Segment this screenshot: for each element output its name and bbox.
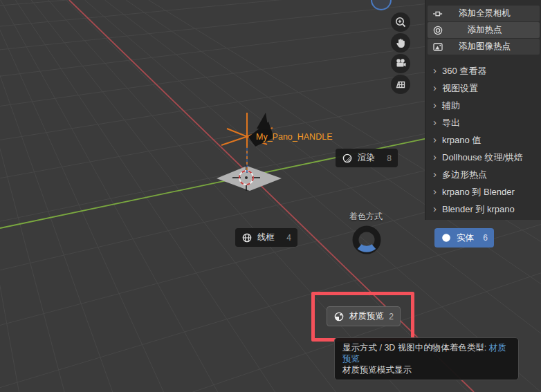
pan-hand-icon [394,37,407,49]
zoom-button[interactable] [391,12,410,32]
chevron-right-icon: › [433,82,437,93]
ortho-grid-button[interactable] [391,75,410,94]
chevron-right-icon: › [433,100,437,110]
solid-sphere-icon [441,232,452,243]
section-export[interactable]: › 导出 [425,114,541,131]
tooltip-line1: 显示方式 / 3D 视图中的物体着色类型: 材质预览 [342,342,511,364]
pie-item-rendered[interactable]: 渲染 8 [336,149,398,167]
pie-item-label: 线框 [257,232,275,243]
pie-item-solid[interactable]: 实体 6 [434,228,494,248]
plane-object[interactable] [217,166,282,191]
tooltip-line2: 材质预览模式显示 [342,364,511,375]
button-label: 添加图像热点 [446,41,540,53]
pie-item-label: 渲染 [358,152,375,164]
sidebar-actions: 添加全景相机 添加热点 添加图像热点 [428,6,540,55]
wireframe-sphere-icon [241,232,253,243]
pie-menu-direction-ring [349,223,384,257]
section-krpano-values[interactable]: › krpano 值 [425,131,541,149]
sidebar-sections: › 360 查看器 › 视图设置 › 辅助 › 导出 › krpano 值 › … [425,62,541,218]
pan-button[interactable] [391,33,410,53]
pie-item-hotkey: 6 [483,233,488,243]
section-dollhouse-bake[interactable]: › Dollhouse 纹理/烘焙 [425,149,541,166]
section-360-viewer[interactable]: › 360 查看器 [425,62,541,80]
image-hotspot-icon [432,41,443,53]
render-sphere-icon [342,153,353,164]
panorama-camera-icon [432,8,443,19]
section-blender-to-krpano[interactable]: › Blender 到 krpano [425,200,541,218]
sidebar-panel: 添加全景相机 添加热点 添加图像热点 › 360 [425,0,541,220]
pie-item-hotkey: 8 [387,153,392,163]
chevron-right-icon: › [433,117,437,127]
chevron-right-icon: › [433,134,437,144]
blender-3d-viewport: My_Pano_HANDLE [0,0,541,392]
pie-menu-title: 着色方式 [338,211,394,223]
add-hotspot-button[interactable]: 添加热点 [428,22,540,38]
camera-view-button[interactable] [391,54,410,73]
pie-item-wireframe[interactable]: 线框 4 [235,228,297,247]
chevron-right-icon: › [433,203,437,214]
button-label: 添加全景相机 [446,8,540,19]
chevron-right-icon: › [433,151,437,162]
grid-ortho-icon [394,78,407,91]
section-polygon-hotspot[interactable]: › 多边形热点 [425,166,541,183]
camera-view-icon [394,57,407,70]
add-panorama-camera-button[interactable]: 添加全景相机 [428,6,540,21]
chevron-right-icon: › [433,65,437,75]
section-krpano-to-blender[interactable]: › krpano 到 Blender [425,183,541,200]
viewport-gizmo-column [391,12,410,94]
hotspot-target-icon [432,25,443,36]
tooltip: 显示方式 / 3D 视图中的物体着色类型: 材质预览 材质预览模式显示 [334,337,519,380]
object-name-label: My_Pano_HANDLE [256,132,332,142]
zoom-icon [394,16,407,28]
section-assist[interactable]: › 辅助 [425,97,541,114]
section-view-settings[interactable]: › 视图设置 [425,80,541,97]
button-label: 添加热点 [446,24,540,36]
add-image-hotspot-button[interactable]: 添加图像热点 [428,39,540,55]
pie-item-label: 实体 [457,232,474,244]
pie-item-hotkey: 4 [286,233,291,243]
highlight-box [311,292,414,342]
chevron-right-icon: › [433,169,437,179]
chevron-right-icon: › [433,186,437,196]
